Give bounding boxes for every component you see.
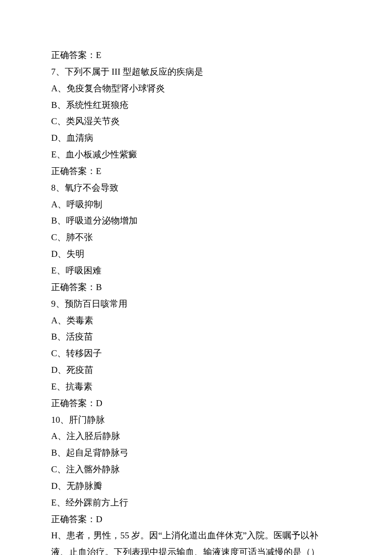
option-b: B、起自足背静脉弓 [51,445,341,461]
option-a: A、类毒素 [51,312,341,329]
option-b: B、活疫苗 [51,328,341,345]
option-e: E、经外踝前方上行 [51,494,341,511]
option-e: E、血小板减少性紫癜 [51,146,341,163]
option-c: C、类风湿关节炎 [51,113,341,130]
option-e: E、抗毒素 [51,378,341,395]
option-a: A、注入胫后静脉 [51,428,341,445]
option-a: A、呼吸抑制 [51,196,341,213]
option-d: D、血清病 [51,130,341,146]
option-d: D、无静脉瓣 [51,478,341,494]
question-stem-cont: 液、止血治疗。下列表现中提示输血、输液速度可适当减慢的是（） [51,544,341,555]
option-d: D、失明 [51,246,341,262]
question-stem: 7、下列不属于 III 型超敏反应的疾病是 [51,64,341,80]
option-a: A、免疫复合物型肾小球肾炎 [51,80,341,97]
option-b: B、系统性红斑狼疮 [51,97,341,113]
option-d: D、死疫苗 [51,362,341,378]
option-c: C、肺不张 [51,229,341,246]
answer-line: 正确答案：E [51,47,341,64]
question-stem: 8、氧疗不会导致 [51,180,341,196]
option-c: C、注入髂外静脉 [51,461,341,478]
answer-line: 正确答案：E [51,163,341,180]
option-e: E、呼吸困难 [51,262,341,279]
question-stem: 9、预防百日咳常用 [51,296,341,312]
option-c: C、转移因子 [51,345,341,362]
question-stem: H、患者，男性，55 岁。因“上消化道出血伴休克”入院。医嘱予以补 [51,527,341,544]
answer-line: 正确答案：B [51,279,341,296]
answer-line: 正确答案：D [51,395,341,412]
answer-line: 正确答案：D [51,511,341,528]
document-page: 正确答案：E 7、下列不属于 III 型超敏反应的疾病是 A、免疫复合物型肾小球… [0,0,392,555]
question-stem: 10、肝门静脉 [51,412,341,428]
option-b: B、呼吸道分泌物增加 [51,212,341,229]
